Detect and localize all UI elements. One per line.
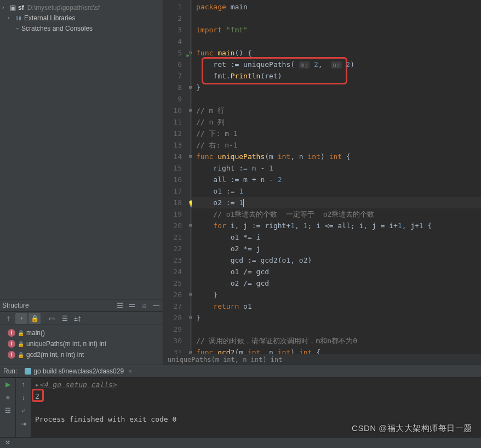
- code-line[interactable]: // n 列: [192, 116, 481, 128]
- gutter-line[interactable]: 1: [163, 1, 192, 13]
- function-badge-icon: f: [8, 351, 15, 359]
- code-line[interactable]: gcd := gcd2(o1, o2): [192, 254, 481, 266]
- code-line[interactable]: o2 /= gcd: [192, 277, 481, 289]
- close-icon[interactable]: ×: [128, 368, 131, 375]
- structure-item[interactable]: f🔒main(): [8, 327, 163, 338]
- code-line[interactable]: }: [192, 82, 481, 93]
- gutter-line[interactable]: 27: [163, 300, 192, 312]
- expand-all-icon[interactable]: [116, 301, 124, 310]
- tree-row-root[interactable]: › ▣ sf D:\mysetup\gopath\src\sf: [0, 2, 163, 13]
- up-arrow-icon[interactable]: ↑: [19, 380, 28, 389]
- gutter-line[interactable]: 7: [163, 70, 192, 82]
- project-path: D:\mysetup\gopath\src\sf: [27, 4, 100, 12]
- code-line[interactable]: return o1: [192, 300, 481, 312]
- show-fields-icon[interactable]: ▭: [45, 313, 58, 324]
- gutter-line[interactable]: 2: [163, 13, 192, 24]
- lock-icon[interactable]: 🔒: [28, 313, 41, 324]
- code-line[interactable]: o2 := 1: [192, 197, 481, 208]
- structure-item[interactable]: f🔒uniquePaths(m int, n int) int: [8, 338, 163, 349]
- code-line[interactable]: import "fmt": [192, 24, 481, 36]
- collapse-all-icon[interactable]: [128, 301, 136, 310]
- gutter-line[interactable]: 20⊟: [163, 220, 192, 231]
- project-tree[interactable]: › ▣ sf D:\mysetup\gopath\src\sf › ⫾⫾ Ext…: [0, 0, 163, 36]
- breadcrumb[interactable]: uniquePaths(m int, n int) int: [163, 354, 481, 365]
- sort-time-icon[interactable]: ⍑: [2, 313, 14, 324]
- gutter-line[interactable]: 23: [163, 254, 192, 266]
- gutter-line[interactable]: 16: [163, 174, 192, 185]
- show-non-public-icon[interactable]: ☰: [59, 313, 71, 324]
- gutter-line[interactable]: 12: [163, 128, 192, 139]
- code-line[interactable]: [192, 36, 481, 47]
- down-arrow-icon[interactable]: ↓: [19, 393, 28, 402]
- code-line[interactable]: o1 /= gcd: [192, 266, 481, 277]
- gutter-line[interactable]: 26⊟: [163, 289, 192, 300]
- gutter-line[interactable]: 17: [163, 185, 192, 197]
- code-line[interactable]: for i, j := right+1, 1; i <= all; i, j =…: [192, 220, 481, 231]
- gutter-line[interactable]: 21: [163, 231, 192, 243]
- pin-icon[interactable]: ⤱: [0, 437, 15, 448]
- gutter-line[interactable]: 15: [163, 162, 192, 174]
- run-play-icon[interactable]: ▶: [3, 380, 12, 389]
- code-line[interactable]: [192, 324, 481, 335]
- gutter-line[interactable]: 24: [163, 266, 192, 277]
- structure-list: f🔒main()f🔒uniquePaths(m int, n int) intf…: [0, 325, 163, 365]
- structure-item-label: gcd2(m int, n int) int: [26, 351, 84, 359]
- code-line[interactable]: o1 *= i: [192, 231, 481, 243]
- code-line[interactable]: // 右: n-1: [192, 139, 481, 151]
- gutter-line[interactable]: 13: [163, 139, 192, 151]
- code-line[interactable]: right := n - 1: [192, 162, 481, 174]
- gutter-line[interactable]: 5▶⊟: [163, 47, 192, 59]
- gutter-line[interactable]: 25: [163, 277, 192, 289]
- gutter-line[interactable]: 31⊟: [163, 347, 192, 354]
- editor-gutter[interactable]: 12345▶⊟678⊟910⊟11121314⊟15161718💡1920⊟21…: [163, 0, 192, 354]
- code-line[interactable]: package main: [192, 1, 481, 13]
- gutter-line[interactable]: 3: [163, 24, 192, 36]
- run-output[interactable]: ▸<4 go setup calls> 2 Process finished w…: [31, 378, 481, 437]
- gutter-line[interactable]: 19: [163, 208, 192, 220]
- code-line[interactable]: fmt.Println(ret): [192, 70, 481, 82]
- gutter-line[interactable]: 18💡: [163, 197, 192, 208]
- gutter-line[interactable]: 29: [163, 324, 192, 335]
- gutter-line[interactable]: 4: [163, 36, 192, 47]
- code-editor[interactable]: 12345▶⊟678⊟910⊟11121314⊟15161718💡1920⊟21…: [163, 0, 481, 365]
- autoscroll-icon[interactable]: ±‡: [72, 313, 84, 324]
- structure-item-label: main(): [26, 329, 45, 337]
- lock-icon: 🔒: [18, 330, 24, 336]
- code-line[interactable]: all := m + n - 2: [192, 174, 481, 185]
- structure-item[interactable]: f🔒gcd2(m int, n int) int: [8, 349, 163, 360]
- code-line[interactable]: }: [192, 312, 481, 324]
- code-line[interactable]: // m 行: [192, 105, 481, 116]
- code-line[interactable]: // 调用的时候，请保证初次调用时，m和n都不为0: [192, 335, 481, 347]
- gear-icon[interactable]: ☼: [140, 301, 148, 310]
- code-line[interactable]: o1 := 1: [192, 185, 481, 197]
- code-line[interactable]: ret := uniquePaths( m: 2, n: 2): [192, 59, 481, 70]
- hide-icon[interactable]: —: [152, 301, 161, 310]
- tree-row-scratches[interactable]: ⌁ Scratches and Consoles: [0, 23, 163, 33]
- code-line[interactable]: // o1乘进去的个数 一定等于 o2乘进去的个数: [192, 208, 481, 220]
- run-stop-icon[interactable]: ■: [3, 393, 12, 402]
- gutter-line[interactable]: 30: [163, 335, 192, 347]
- gutter-line[interactable]: 14⊟: [163, 151, 192, 162]
- gutter-line[interactable]: 10⊟: [163, 105, 192, 116]
- gutter-line[interactable]: 8⊟: [163, 82, 192, 93]
- tree-row-ext-libs[interactable]: › ⫾⫾ External Libraries: [0, 13, 163, 23]
- gutter-line[interactable]: 9: [163, 93, 192, 105]
- gutter-line[interactable]: 22: [163, 243, 192, 254]
- editor-body[interactable]: package mainimport "fmt"func main() { re…: [192, 0, 481, 354]
- gutter-line[interactable]: 11: [163, 116, 192, 128]
- code-line[interactable]: [192, 93, 481, 105]
- code-line[interactable]: func main() {: [192, 47, 481, 59]
- scroll-end-icon[interactable]: ⇥: [19, 419, 28, 428]
- sort-alpha-icon[interactable]: ⍏: [15, 313, 27, 324]
- run-tab[interactable]: go build sf/newclass2/class029 ×: [21, 365, 135, 377]
- run-layout-icon[interactable]: ☲: [3, 406, 12, 415]
- code-line[interactable]: [192, 13, 481, 24]
- code-line[interactable]: func uniquePaths(m int, n int) int {: [192, 151, 481, 162]
- code-line[interactable]: func gcd2(m int, n int) int {: [192, 347, 481, 354]
- gutter-line[interactable]: 28⊟: [163, 312, 192, 324]
- soft-wrap-icon[interactable]: ⤶: [19, 406, 28, 415]
- gutter-line[interactable]: 6: [163, 59, 192, 70]
- code-line[interactable]: // 下: m-1: [192, 128, 481, 139]
- code-line[interactable]: }: [192, 289, 481, 300]
- code-line[interactable]: o2 *= j: [192, 243, 481, 254]
